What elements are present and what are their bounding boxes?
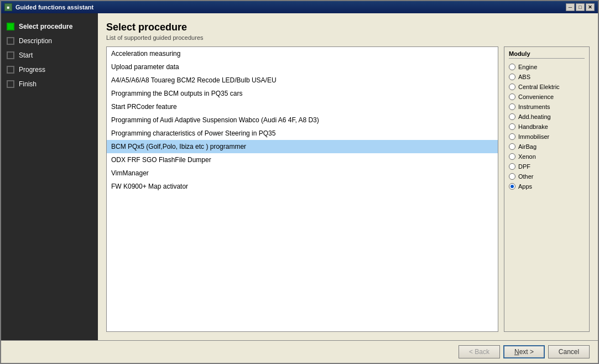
module-label-instruments: Instruments: [518, 103, 550, 110]
module-label-handbrake: Handbrake: [518, 123, 548, 130]
procedure-list[interactable]: Acceleration measuringUpload parameter d…: [106, 46, 498, 332]
modules-panel: Moduly EngineABSCentral ElektricConvenie…: [504, 46, 590, 332]
modules-title: Moduly: [509, 50, 585, 59]
module-radio-item-convenience[interactable]: Convenience: [509, 92, 585, 102]
module-label-dpf: DPF: [518, 163, 530, 170]
radio-dpf: [509, 163, 515, 170]
radio-handbrake: [509, 123, 515, 130]
module-radio-item-add-heating[interactable]: Add.heating: [509, 112, 585, 122]
module-radio-item-apps[interactable]: Apps: [509, 181, 585, 191]
sidebar-item-progress[interactable]: Progress: [7, 65, 92, 75]
step-indicator-finish: [7, 80, 14, 88]
title-bar-buttons: ─ □ ✕: [566, 3, 595, 11]
module-label-xenon: Xenon: [518, 153, 536, 160]
procedure-item[interactable]: FW K0900+ Map activator: [107, 180, 498, 193]
step-indicator-start: [7, 51, 14, 59]
close-button[interactable]: ✕: [586, 3, 595, 11]
step-label-start: Start: [19, 51, 33, 59]
radio-apps: [509, 183, 515, 190]
step-indicator-select-procedure: [7, 23, 14, 30]
radio-airbag: [509, 143, 515, 150]
next-button[interactable]: Next >: [503, 345, 545, 358]
procedure-item[interactable]: A4/A5/A6/A8 Touareg BCM2 Recode LED/Bulb…: [107, 74, 498, 87]
radio-xenon: [509, 153, 515, 160]
window-icon: ■: [4, 3, 12, 11]
radio-instruments: [509, 103, 515, 110]
module-label-apps: Apps: [518, 183, 532, 190]
maximize-button[interactable]: □: [576, 3, 585, 11]
step-indicator-progress: [7, 66, 14, 74]
module-radio-item-engine[interactable]: Engine: [509, 62, 585, 72]
procedure-panel: Acceleration measuringUpload parameter d…: [106, 46, 590, 332]
module-label-convenience: Convenience: [518, 93, 554, 100]
radio-central-elektric: [509, 84, 515, 90]
cancel-button[interactable]: Cancel: [548, 345, 590, 358]
module-label-airbag: AirBag: [518, 143, 537, 150]
sidebar-item-select-procedure[interactable]: Select procedure: [7, 22, 92, 32]
module-radio-item-other[interactable]: Other: [509, 171, 585, 181]
module-label-abs: ABS: [518, 74, 530, 80]
step-indicator-description: [7, 37, 14, 45]
module-radio-item-central-elektric[interactable]: Central Elektric: [509, 82, 585, 92]
minimize-button[interactable]: ─: [566, 3, 575, 11]
module-radio-item-handbrake[interactable]: Handbrake: [509, 122, 585, 132]
title-bar: ■ Guided functions assistant ─ □ ✕: [1, 1, 598, 13]
procedure-item[interactable]: ODX FRF SGO FlashFile Dumper: [107, 153, 498, 167]
step-label-select-procedure: Select procedure: [19, 23, 72, 30]
radio-abs: [509, 74, 515, 80]
radio-engine: [509, 64, 515, 70]
procedure-item[interactable]: BCM PQx5 (Golf,Polo, Ibiza etc ) program…: [107, 140, 498, 153]
module-label-immobiliser: Immobiliser: [518, 133, 549, 140]
procedure-item[interactable]: Programming the BCM outputs in PQ35 cars: [107, 87, 498, 100]
back-button[interactable]: < Back: [459, 345, 500, 358]
page-title: Select procedure: [106, 22, 590, 33]
module-radio-item-abs[interactable]: ABS: [509, 72, 585, 82]
next-label-rest: ext >: [519, 348, 534, 356]
procedure-item[interactable]: Acceleration measuring: [107, 47, 498, 60]
sidebar: Select procedure Description Start Progr…: [1, 13, 98, 340]
module-radio-item-dpf[interactable]: DPF: [509, 162, 585, 171]
radio-immobiliser: [509, 133, 515, 140]
sidebar-item-finish[interactable]: Finish: [7, 79, 92, 89]
procedure-item[interactable]: Upload parameter data: [107, 60, 498, 74]
procedure-item[interactable]: Programming of Audi Adaptive Suspension …: [107, 113, 498, 127]
content-area: Select procedure Description Start Progr…: [1, 13, 598, 340]
module-label-other: Other: [518, 173, 534, 180]
procedure-item[interactable]: Start PRCoder feature: [107, 100, 498, 113]
module-radio-item-immobiliser[interactable]: Immobiliser: [509, 132, 585, 142]
step-label-description: Description: [19, 37, 52, 45]
radio-convenience: [509, 93, 515, 100]
step-label-progress: Progress: [19, 66, 45, 74]
module-radio-item-airbag[interactable]: AirBag: [509, 142, 585, 152]
footer: < Back Next > Cancel: [1, 340, 598, 363]
step-label-finish: Finish: [19, 80, 37, 88]
module-label-central-elektric: Central Elektric: [518, 84, 560, 90]
main-area: Select procedure List of supported guide…: [98, 13, 598, 340]
module-radio-item-xenon[interactable]: Xenon: [509, 152, 585, 162]
main-window: ■ Guided functions assistant ─ □ ✕ Selec…: [0, 0, 599, 364]
module-radio-item-instruments[interactable]: Instruments: [509, 102, 585, 112]
procedure-item[interactable]: VimManager: [107, 167, 498, 180]
sidebar-item-description[interactable]: Description: [7, 36, 92, 46]
module-label-engine: Engine: [518, 64, 537, 70]
procedure-item[interactable]: Programming characteristics of Power Ste…: [107, 127, 498, 140]
radio-other: [509, 173, 515, 180]
radio-add-heating: [509, 113, 515, 120]
module-label-add-heating: Add.heating: [518, 113, 551, 120]
page-subtitle: List of supported guided procedures: [106, 34, 590, 41]
sidebar-item-start[interactable]: Start: [7, 50, 92, 60]
window-title: Guided functions assistant: [15, 4, 566, 11]
